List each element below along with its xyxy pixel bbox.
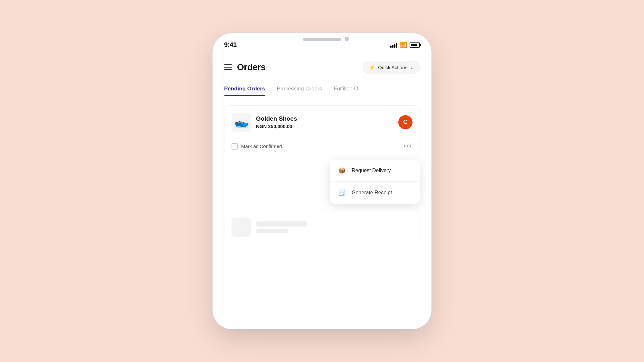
quick-actions-button[interactable]: ⚡ Quick Actions ⌄ <box>363 61 420 74</box>
tab-processing-orders[interactable]: Processing Orders <box>277 82 322 96</box>
notch-bar <box>303 38 341 41</box>
generate-receipt-label: Generate Receipt <box>352 190 392 196</box>
tabs: Pending Orders Processing Orders Fulfill… <box>224 82 420 96</box>
orders-list: 👟 Golden Shoes NGN 250,000.00 C Mark as … <box>224 105 420 251</box>
lightning-icon: ⚡ <box>369 64 375 70</box>
order-card-top: 👟 Golden Shoes NGN 250,000.00 C <box>224 106 420 138</box>
dropdown-menu: 📦 Request Delivery 🧾 Generate Receipt <box>330 160 420 204</box>
tab-fulfilled-orders[interactable]: Fulfilled O <box>334 82 358 96</box>
status-icons: 📶 <box>390 42 420 49</box>
order-card-bottom: Mark as Confirmed <box>224 138 420 155</box>
chevron-down-icon: ⌄ <box>410 65 414 70</box>
receipt-icon: 🧾 <box>337 188 347 198</box>
placeholder-top <box>224 210 420 244</box>
page-title: Orders <box>237 62 266 72</box>
wifi-icon: 📶 <box>400 42 407 49</box>
status-time: 9:41 <box>224 41 237 49</box>
request-delivery-item[interactable]: 📦 Request Delivery <box>330 160 420 182</box>
request-delivery-label: Request Delivery <box>352 168 391 173</box>
product-image: 👟 <box>232 113 251 132</box>
product-name: Golden Shoes <box>256 115 297 122</box>
more-options-button[interactable] <box>402 144 412 148</box>
customer-avatar: C <box>398 115 412 129</box>
mark-confirmed-action[interactable]: Mark as Confirmed <box>232 143 282 150</box>
placeholder-line-name <box>256 221 308 227</box>
delivery-icon: 📦 <box>337 165 347 176</box>
quick-actions-label: Quick Actions <box>378 65 407 70</box>
status-bar: 9:41 📶 <box>213 33 431 51</box>
placeholder-line-price <box>256 229 288 233</box>
phone-frame: 9:41 📶 <box>213 33 431 329</box>
header: Orders ⚡ Quick Actions ⌄ <box>224 54 420 82</box>
order-card: 👟 Golden Shoes NGN 250,000.00 C Mark as … <box>224 105 420 155</box>
generate-receipt-item[interactable]: 🧾 Generate Receipt <box>330 182 420 204</box>
product-details: Golden Shoes NGN 250,000.00 <box>256 115 297 129</box>
signal-icon <box>390 42 397 48</box>
mark-confirmed-label: Mark as Confirmed <box>241 144 282 149</box>
shoe-icon: 👟 <box>232 114 250 130</box>
battery-icon <box>410 42 420 48</box>
notch-circle <box>345 37 349 41</box>
header-left: Orders <box>224 62 266 72</box>
product-price: NGN 250,000.00 <box>256 124 297 129</box>
product-info: 👟 Golden Shoes NGN 250,000.00 <box>232 113 297 132</box>
order-card-placeholder <box>224 210 420 244</box>
placeholder-lines <box>256 221 308 233</box>
app-content: Orders ⚡ Quick Actions ⌄ Pending Orders … <box>213 51 431 251</box>
confirm-checkbox[interactable] <box>232 143 238 150</box>
placeholder-image <box>232 218 251 237</box>
menu-button[interactable] <box>224 64 232 70</box>
tab-pending-orders[interactable]: Pending Orders <box>224 82 265 96</box>
